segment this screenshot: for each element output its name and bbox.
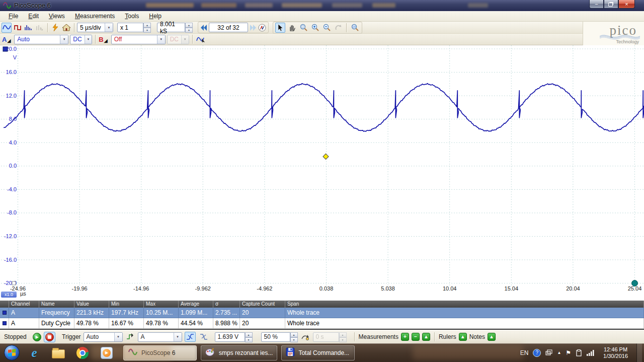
network-signal-icon[interactable] [587, 350, 595, 356]
x-zoom-badge[interactable]: x1.0 [1, 292, 17, 298]
rulers-button[interactable]: ▲ [459, 333, 467, 341]
advanced-trigger-button[interactable] [125, 332, 135, 342]
menu-item-views[interactable]: Views [44, 12, 69, 21]
spin-down-icon[interactable]: ▼ [290, 337, 298, 342]
chevron-down-icon[interactable]: ▼ [105, 23, 113, 32]
taskbar-button-paint[interactable]: smps rezonant ies... [201, 345, 277, 360]
zoom-out-button[interactable] [321, 23, 332, 33]
end-of-buffer-marker[interactable] [632, 280, 638, 286]
persistence-mode-button[interactable] [35, 23, 45, 33]
measurement-header-cell[interactable]: Max [144, 301, 179, 308]
zoom-factor-stepper[interactable]: x 1 ▲▼ [117, 23, 151, 32]
probes-button[interactable] [196, 34, 206, 44]
channel-a-label[interactable]: A◢ [2, 36, 11, 43]
minimize-button[interactable]: − [589, 0, 604, 9]
measurement-header-cell[interactable]: Name [39, 301, 74, 308]
spin-up-icon[interactable]: ▲ [290, 332, 298, 337]
start-button[interactable] [4, 345, 20, 360]
zoom-full-button[interactable]: 100 [350, 23, 360, 33]
chevron-down-icon[interactable]: ▼ [60, 35, 68, 44]
menu-item-help[interactable]: Help [144, 12, 166, 21]
restore-button[interactable] [604, 0, 618, 9]
channel-b-coupling-select[interactable]: DC ▼ [167, 35, 189, 44]
next-buffer-icon[interactable] [250, 24, 257, 31]
menu-item-tools[interactable]: Tools [120, 12, 143, 21]
stop-capture-selected[interactable] [44, 332, 55, 342]
spin-up-icon[interactable]: ▲ [185, 23, 193, 28]
taskbar-button-floppy[interactable]: Total Commande... [281, 345, 355, 360]
zoom-in-button[interactable] [310, 23, 320, 33]
window-stack-tray-icon[interactable] [545, 349, 552, 356]
chevron-down-icon[interactable]: ▼ [85, 35, 92, 44]
spin-up-icon[interactable]: ▲ [245, 332, 253, 337]
measurement-header-cell[interactable]: Min [109, 301, 144, 308]
samples-stepper[interactable]: 8.001 kS ▲▼ [157, 23, 193, 32]
chevron-down-icon[interactable]: ▼ [157, 35, 165, 44]
spin-down-icon[interactable]: ▼ [143, 28, 151, 33]
measurement-header-cell[interactable]: Channel [9, 301, 39, 308]
chevron-down-icon[interactable]: ▼ [174, 333, 182, 341]
help-tray-icon[interactable]: ? [533, 349, 541, 357]
timebase-select[interactable]: 5 µs/div ▼ [77, 23, 113, 32]
buffer-overview-icon[interactable] [258, 24, 266, 32]
trigger-level-stepper[interactable]: 1.639 V ▲▼ [215, 332, 253, 342]
channel-a-axis-handle[interactable] [3, 47, 8, 51]
persistence-view-button[interactable] [13, 23, 23, 33]
file-explorer-button[interactable] [51, 345, 66, 360]
buffer-position-field[interactable]: 32 of 32 [209, 23, 248, 32]
measurement-header-cell[interactable]: Value [74, 301, 109, 308]
internet-explorer-button[interactable]: e [27, 345, 42, 360]
scope-view-button[interactable] [2, 23, 12, 33]
media-player-button[interactable]: ▶ [99, 345, 114, 360]
edit-measurement-button[interactable]: ▲ [422, 333, 430, 341]
scope-view[interactable]: 20.016.012.08.04.00.0-4.0-8.0-12.0-16.0-… [0, 45, 644, 301]
spin-up-icon[interactable]: ▲ [143, 23, 151, 28]
measurement-row[interactable]: ADuty Cycle49.78 %16.67 %49.78 %44.54 %8… [0, 318, 644, 329]
spectrum-view-button[interactable] [24, 23, 34, 33]
auto-setup-button[interactable] [50, 23, 60, 33]
trigger-marker-icon [126, 333, 134, 340]
previous-buffer-icon[interactable] [200, 24, 207, 31]
channel-a-coupling-select[interactable]: DC ▼ [70, 35, 92, 44]
menu-item-file[interactable]: File [4, 12, 23, 21]
measurement-header-cell[interactable]: Span [285, 301, 644, 308]
chevron-down-icon[interactable]: ▼ [114, 333, 122, 341]
remove-measurement-button[interactable]: − [412, 333, 420, 341]
y-axis-label: 4.0 [9, 139, 17, 146]
measurement-header-cell[interactable]: Average [179, 301, 213, 308]
trigger-source-select[interactable]: A ▼ [138, 332, 182, 342]
taskbar-clock[interactable]: 12:46 PM 1/30/2016 [599, 346, 632, 359]
zoom-window-button[interactable] [298, 23, 308, 33]
close-button[interactable]: × [618, 0, 635, 9]
pan-tool-button[interactable] [287, 23, 297, 33]
pretrigger-stepper[interactable]: 50 % ▲▼ [261, 332, 298, 342]
show-desktop-button[interactable] [636, 343, 642, 362]
trigger-timing-button[interactable] [300, 332, 310, 342]
axis-origin-handle[interactable] [12, 281, 16, 285]
show-hidden-icons-button[interactable]: ▲ [557, 350, 561, 355]
holdoff-stepper[interactable]: 0 s ▲▼ [313, 332, 347, 342]
channel-a-range-select[interactable]: Auto ▼ [14, 35, 68, 44]
add-measurement-button[interactable]: + [401, 333, 409, 341]
channel-b-label[interactable]: B◢ [99, 36, 107, 43]
falling-edge-button[interactable] [198, 332, 209, 342]
stop-capture-button[interactable] [45, 333, 54, 341]
undo-zoom-button[interactable] [333, 23, 343, 33]
menu-item-edit[interactable]: Edit [24, 12, 43, 21]
device-tray-icon[interactable] [576, 349, 582, 356]
rising-edge-button[interactable] [185, 332, 196, 342]
chrome-button[interactable] [75, 345, 90, 360]
pointer-tool-button[interactable] [275, 23, 285, 33]
menu-item-measurements[interactable]: Measurements [70, 12, 119, 21]
trigger-mode-select[interactable]: Auto ▼ [84, 332, 123, 342]
home-settings-button[interactable] [61, 23, 71, 33]
start-capture-button[interactable]: ▶ [33, 333, 41, 341]
action-center-flag-icon[interactable]: ⚑ [566, 349, 571, 356]
measurement-header-cell[interactable]: σ [213, 301, 240, 308]
spin-down-icon[interactable]: ▼ [185, 28, 193, 33]
measurement-header-cell[interactable]: Capture Count [240, 301, 285, 308]
measurement-row[interactable]: AFrequency221.3 kHz197.7 kHz10.25 M...1.… [0, 308, 644, 318]
spin-down-icon[interactable]: ▼ [245, 337, 253, 342]
notes-button[interactable]: ▲ [488, 333, 496, 341]
channel-b-range-select[interactable]: Off ▼ [111, 35, 166, 44]
